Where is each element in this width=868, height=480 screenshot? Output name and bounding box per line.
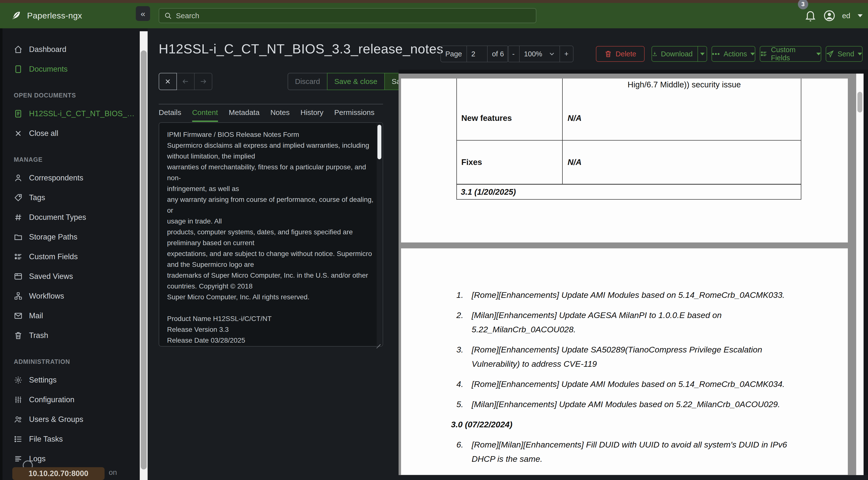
item-text: [Rome][Enhancements] Update AMI Modules … bbox=[472, 377, 811, 391]
sidebar-item-workflows[interactable]: Workflows bbox=[2, 286, 140, 306]
arrow-right-icon bbox=[199, 78, 207, 85]
sliders-icon bbox=[14, 395, 23, 404]
sidebar-item-documents[interactable]: Documents bbox=[2, 59, 140, 79]
delete-button[interactable]: Delete bbox=[596, 46, 645, 62]
sidebar-item-saved-views[interactable]: Saved Views bbox=[2, 267, 140, 286]
sidebar-item-h12ssl-i-c-ct-nt-bios-3-3-rel-[interactable]: H12SSL-i_C_CT_NT_BIOS_3.3_rel... bbox=[2, 104, 140, 124]
person-icon bbox=[14, 174, 23, 182]
tab-notes[interactable]: Notes bbox=[270, 108, 289, 122]
item-text: [Rome][Enhancements] Update AMI Modules … bbox=[472, 472, 811, 475]
actions-button[interactable]: ••• Actions bbox=[712, 46, 755, 62]
sidebar-item-close-all[interactable]: Close all bbox=[2, 124, 140, 143]
send-button[interactable]: Send bbox=[826, 46, 863, 62]
close-document-button[interactable] bbox=[159, 73, 177, 90]
sidebar-item-tags[interactable]: Tags bbox=[2, 188, 140, 208]
textarea-resize-handle[interactable] bbox=[375, 339, 381, 345]
search-bar[interactable] bbox=[159, 8, 536, 23]
divider bbox=[159, 104, 383, 104]
item-number: 2. bbox=[456, 308, 472, 336]
content-scrollbar-thumb[interactable] bbox=[377, 125, 381, 159]
sidebar-collapse-button[interactable]: « bbox=[136, 6, 150, 21]
document-title: H12SSL-i_C_CT_NT_BIOS_3.3_release_notes bbox=[159, 41, 443, 56]
sidebar-item-correspondents[interactable]: Correspondents bbox=[2, 168, 140, 188]
tasks-icon bbox=[14, 435, 23, 444]
sidebar-item-document-types[interactable]: Document Types bbox=[2, 208, 140, 227]
sidebar-item-label: Correspondents bbox=[29, 174, 84, 182]
item-number: 3. bbox=[456, 342, 472, 371]
sidebar-edge bbox=[0, 28, 2, 480]
zoom-out-button[interactable]: - bbox=[508, 46, 519, 62]
home-icon bbox=[14, 45, 23, 54]
page-gap bbox=[401, 242, 848, 248]
download-icon bbox=[652, 50, 657, 58]
next-document-button[interactable] bbox=[194, 73, 212, 90]
table-row-value: N/A bbox=[563, 141, 801, 184]
sidebar-item-label: Configuration bbox=[29, 395, 74, 404]
sidebar-item-label: H12SSL-i_C_CT_NT_BIOS_3.3_rel... bbox=[29, 109, 135, 118]
save-and-close-button[interactable]: Save & close bbox=[327, 73, 385, 90]
table-row: FixesN/A bbox=[457, 140, 801, 184]
content-editor: IPMI Firmware / BIOS Release Notes Form … bbox=[159, 122, 383, 347]
sidebar-item-label: File Tasks bbox=[29, 435, 63, 444]
table-row-label: Fixes bbox=[457, 141, 563, 184]
release-note-item: 3.[Rome][Enhancements] Update SA50289(Ti… bbox=[456, 342, 811, 371]
release-notes-table: High/6.7 Middle)) security issue New fea… bbox=[456, 79, 801, 200]
release-note-item: 1.[Rome][Enhancements] Update AMI Module… bbox=[456, 288, 811, 302]
preview-scrollbar-thumb[interactable] bbox=[858, 92, 862, 113]
sidebar-item-mail[interactable]: Mail bbox=[2, 306, 140, 326]
sidebar-item-configuration[interactable]: Configuration bbox=[2, 390, 140, 410]
tag-icon bbox=[14, 193, 23, 202]
file-text-icon bbox=[14, 109, 23, 118]
hash-icon bbox=[14, 213, 23, 222]
sidebar-item-label: Settings bbox=[29, 376, 57, 385]
item-text: [Rome][Enhancements] Update SA50289(Tian… bbox=[472, 342, 811, 371]
tab-history[interactable]: History bbox=[301, 108, 323, 122]
brand[interactable]: Paperless-ngx bbox=[10, 10, 82, 21]
tab-permissions[interactable]: Permissions bbox=[334, 108, 374, 122]
trash-icon bbox=[604, 50, 612, 58]
send-icon bbox=[826, 50, 834, 58]
preview-scrollbar[interactable] bbox=[856, 73, 864, 475]
sidebar-scrollbar[interactable] bbox=[140, 31, 148, 480]
tab-details[interactable]: Details bbox=[159, 108, 181, 122]
pdf-page-2: 1.[Rome][Enhancements] Update AMI Module… bbox=[401, 248, 848, 475]
sidebar-item-users-groups[interactable]: Users & Groups bbox=[2, 410, 140, 429]
sidebar-item-storage-paths[interactable]: Storage Paths bbox=[2, 227, 140, 247]
item-number: 5. bbox=[456, 397, 472, 411]
page-label: Page bbox=[441, 46, 466, 62]
fields-icon bbox=[14, 252, 23, 261]
item-text: [Rome][Enhancements] Update AMI Modules … bbox=[472, 288, 811, 302]
sidebar-item-custom-fields[interactable]: Custom Fields bbox=[2, 247, 140, 267]
download-button[interactable]: Download bbox=[651, 46, 707, 62]
download-dropdown-button[interactable] bbox=[698, 47, 707, 61]
username[interactable]: ed bbox=[842, 11, 850, 20]
zoom-in-button[interactable]: + bbox=[559, 46, 573, 62]
tab-metadata[interactable]: Metadata bbox=[229, 108, 259, 122]
content-textarea[interactable]: IPMI Firmware / BIOS Release Notes Form … bbox=[159, 123, 377, 344]
zoom-level-select[interactable]: 100% bbox=[519, 46, 559, 62]
search-input[interactable] bbox=[176, 11, 531, 20]
pdf-viewer[interactable]: High/6.7 Middle)) security issue New fea… bbox=[399, 73, 864, 475]
release-note-item: 4.[Rome][Enhancements] Update AMI Module… bbox=[456, 377, 811, 391]
gear-icon bbox=[14, 376, 23, 385]
sidebar-item-file-tasks[interactable]: File Tasks bbox=[2, 429, 140, 449]
discard-button[interactable]: Discard bbox=[288, 73, 328, 90]
tab-content[interactable]: Content bbox=[192, 108, 218, 122]
notifications-button[interactable] bbox=[804, 9, 816, 22]
custom-fields-caret-icon bbox=[816, 53, 821, 55]
user-menu-caret-icon[interactable] bbox=[858, 14, 863, 17]
table-cell-empty bbox=[457, 79, 563, 96]
file-icon bbox=[14, 65, 23, 73]
content-scrollbar[interactable] bbox=[377, 123, 382, 346]
sidebar-item-dashboard[interactable]: Dashboard bbox=[2, 40, 140, 59]
user-avatar-icon[interactable] bbox=[823, 9, 836, 22]
sidebar-scrollbar-thumb[interactable] bbox=[141, 51, 147, 470]
sidebar-item-settings[interactable]: Settings bbox=[2, 370, 140, 390]
release-note-item: 7.[Rome][Enhancements] Update AMI Module… bbox=[456, 472, 811, 475]
custom-fields-button[interactable]: Custom Fields bbox=[760, 46, 821, 62]
sidebar-item-label: Users & Groups bbox=[29, 415, 84, 424]
sidebar-item-label: Mail bbox=[29, 311, 43, 320]
page-number-input[interactable] bbox=[471, 50, 483, 58]
previous-document-button[interactable] bbox=[177, 73, 195, 90]
sidebar-item-trash[interactable]: Trash bbox=[2, 326, 140, 346]
